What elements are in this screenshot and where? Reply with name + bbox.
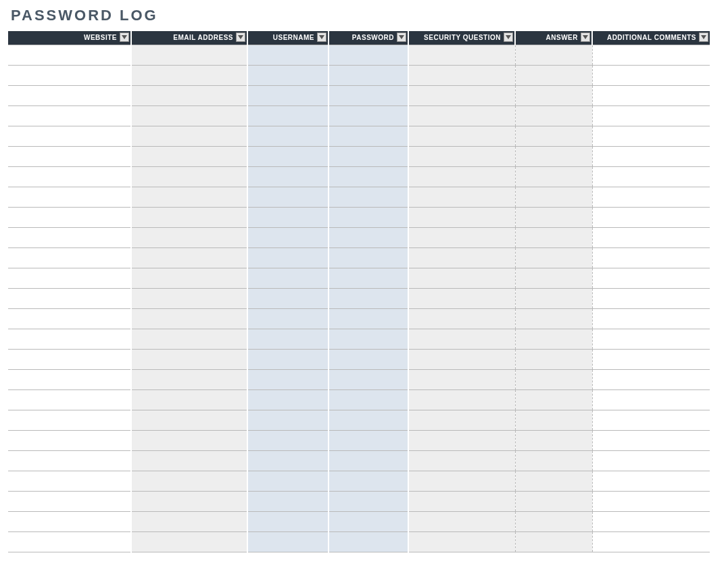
cell-answer[interactable] [515,288,592,308]
cell-answer[interactable] [515,166,592,187]
cell-answer[interactable] [515,45,592,65]
cell-answer[interactable] [515,511,592,531]
cell-password[interactable] [329,531,408,552]
cell-security[interactable] [408,491,515,511]
cell-username[interactable] [247,308,329,329]
cell-username[interactable] [247,207,329,227]
cell-password[interactable] [329,85,408,105]
cell-answer[interactable] [515,491,592,511]
cell-password[interactable] [329,511,408,531]
cell-comments[interactable] [592,471,710,491]
cell-website[interactable] [8,146,131,166]
cell-password[interactable] [329,471,408,491]
cell-answer[interactable] [515,105,592,126]
cell-username[interactable] [247,430,329,450]
cell-email[interactable] [131,247,247,268]
cell-comments[interactable] [592,247,710,268]
cell-website[interactable] [8,491,131,511]
cell-password[interactable] [329,187,408,207]
cell-security[interactable] [408,45,515,65]
cell-security[interactable] [408,126,515,146]
cell-comments[interactable] [592,511,710,531]
cell-security[interactable] [408,166,515,187]
cell-password[interactable] [329,288,408,308]
cell-security[interactable] [408,531,515,552]
cell-comments[interactable] [592,268,710,288]
cell-website[interactable] [8,450,131,471]
cell-answer[interactable] [515,65,592,85]
cell-email[interactable] [131,531,247,552]
cell-username[interactable] [247,329,329,349]
cell-website[interactable] [8,85,131,105]
cell-username[interactable] [247,369,329,389]
cell-username[interactable] [247,45,329,65]
cell-email[interactable] [131,329,247,349]
cell-comments[interactable] [592,65,710,85]
cell-website[interactable] [8,247,131,268]
cell-security[interactable] [408,308,515,329]
cell-security[interactable] [408,430,515,450]
cell-website[interactable] [8,65,131,85]
cell-answer[interactable] [515,146,592,166]
cell-comments[interactable] [592,227,710,247]
cell-username[interactable] [247,105,329,126]
cell-email[interactable] [131,207,247,227]
cell-website[interactable] [8,308,131,329]
cell-comments[interactable] [592,146,710,166]
cell-password[interactable] [329,430,408,450]
cell-password[interactable] [329,369,408,389]
cell-website[interactable] [8,207,131,227]
filter-dropdown-icon[interactable] [397,32,406,42]
cell-website[interactable] [8,126,131,146]
cell-website[interactable] [8,329,131,349]
cell-email[interactable] [131,288,247,308]
cell-answer[interactable] [515,207,592,227]
cell-comments[interactable] [592,531,710,552]
cell-answer[interactable] [515,389,592,410]
cell-website[interactable] [8,268,131,288]
filter-dropdown-icon[interactable] [120,32,129,42]
filter-dropdown-icon[interactable] [699,32,708,42]
cell-website[interactable] [8,369,131,389]
cell-website[interactable] [8,410,131,430]
cell-answer[interactable] [515,126,592,146]
cell-username[interactable] [247,247,329,268]
cell-website[interactable] [8,187,131,207]
column-header-security[interactable]: SECURITY QUESTION [408,31,515,45]
cell-email[interactable] [131,187,247,207]
cell-username[interactable] [247,146,329,166]
cell-answer[interactable] [515,471,592,491]
cell-security[interactable] [408,511,515,531]
cell-username[interactable] [247,389,329,410]
cell-answer[interactable] [515,349,592,369]
cell-email[interactable] [131,85,247,105]
cell-username[interactable] [247,166,329,187]
cell-comments[interactable] [592,410,710,430]
cell-website[interactable] [8,227,131,247]
cell-security[interactable] [408,369,515,389]
filter-dropdown-icon[interactable] [236,32,245,42]
cell-comments[interactable] [592,166,710,187]
column-header-email[interactable]: EMAIL ADDRESS [131,31,247,45]
cell-comments[interactable] [592,349,710,369]
cell-comments[interactable] [592,45,710,65]
cell-username[interactable] [247,531,329,552]
cell-password[interactable] [329,146,408,166]
cell-email[interactable] [131,511,247,531]
cell-website[interactable] [8,288,131,308]
cell-password[interactable] [329,207,408,227]
cell-comments[interactable] [592,288,710,308]
cell-website[interactable] [8,471,131,491]
cell-username[interactable] [247,471,329,491]
cell-email[interactable] [131,105,247,126]
cell-password[interactable] [329,349,408,369]
cell-username[interactable] [247,85,329,105]
cell-comments[interactable] [592,207,710,227]
cell-email[interactable] [131,491,247,511]
filter-dropdown-icon[interactable] [504,32,513,42]
cell-username[interactable] [247,491,329,511]
cell-username[interactable] [247,450,329,471]
cell-email[interactable] [131,126,247,146]
cell-website[interactable] [8,430,131,450]
cell-comments[interactable] [592,450,710,471]
